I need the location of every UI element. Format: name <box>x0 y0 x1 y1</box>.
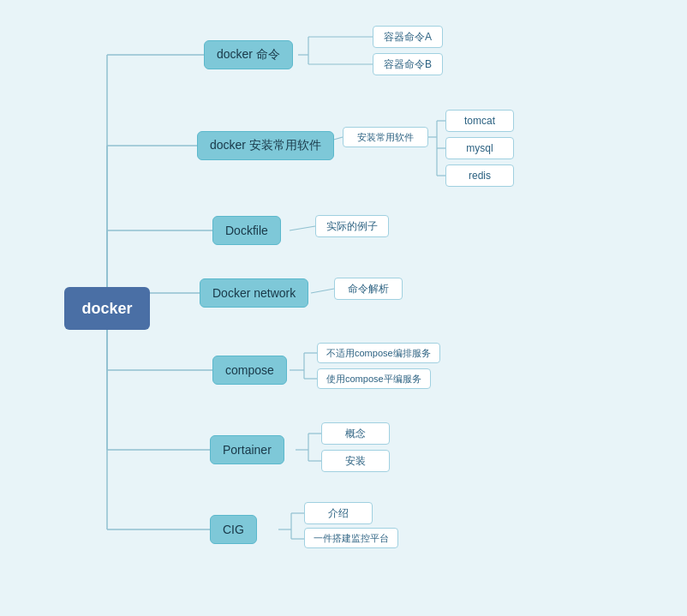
node-cig[interactable]: CIG <box>210 515 257 544</box>
concept-label: 概念 <box>345 427 366 441</box>
container-cmd-a-label: 容器命令A <box>384 30 432 45</box>
install-common-label: 安装常用软件 <box>357 131 414 144</box>
docker-cmd-label: docker 命令 <box>217 47 280 63</box>
use-compose-label: 使用compose平编服务 <box>326 373 421 386</box>
mindmap-container: docker docker 命令 docker 安装常用软件 Dockfile … <box>0 0 687 616</box>
node-tomcat[interactable]: tomcat <box>445 110 514 132</box>
node-cmd-analysis[interactable]: 命令解析 <box>334 278 403 300</box>
node-install-common[interactable]: 安装常用软件 <box>343 127 428 147</box>
node-dockfile[interactable]: Dockfile <box>212 216 281 245</box>
node-install[interactable]: 安装 <box>321 450 390 472</box>
cmd-analysis-label: 命令解析 <box>348 282 389 296</box>
tomcat-label: tomcat <box>464 115 495 127</box>
node-docker-install[interactable]: docker 安装常用软件 <box>197 131 334 160</box>
node-container-cmd-a[interactable]: 容器命令A <box>373 26 443 48</box>
node-mysql[interactable]: mysql <box>445 137 514 159</box>
node-container-cmd-b[interactable]: 容器命令B <box>373 53 443 75</box>
portainer-label: Portainer <box>223 443 272 457</box>
build-monitor-label: 一件搭建监控平台 <box>314 532 389 545</box>
container-cmd-b-label: 容器命令B <box>384 57 432 72</box>
node-intro[interactable]: 介绍 <box>304 502 373 524</box>
docker-network-label: Docker network <box>212 286 296 300</box>
compose-label: compose <box>225 363 274 377</box>
actual-example-label: 实际的例子 <box>326 219 378 234</box>
svg-line-25 <box>311 289 334 293</box>
node-docker-network[interactable]: Docker network <box>200 278 308 308</box>
node-actual-example[interactable]: 实际的例子 <box>315 215 389 237</box>
node-redis[interactable]: redis <box>445 164 514 187</box>
node-build-monitor[interactable]: 一件搭建监控平台 <box>304 528 398 548</box>
root-label: docker <box>81 300 132 318</box>
node-concept[interactable]: 概念 <box>321 422 390 445</box>
mysql-label: mysql <box>466 142 493 154</box>
node-no-compose[interactable]: 不适用compose编排服务 <box>317 343 440 363</box>
root-node[interactable]: docker <box>64 287 150 330</box>
intro-label: 介绍 <box>328 506 349 521</box>
node-compose[interactable]: compose <box>212 356 287 385</box>
dockfile-label: Dockfile <box>225 224 268 237</box>
node-portainer[interactable]: Portainer <box>210 435 284 464</box>
docker-install-label: docker 安装常用软件 <box>210 138 321 153</box>
node-use-compose[interactable]: 使用compose平编服务 <box>317 368 431 389</box>
node-docker-cmd[interactable]: docker 命令 <box>204 40 293 69</box>
no-compose-label: 不适用compose编排服务 <box>326 347 431 360</box>
redis-label: redis <box>469 170 491 182</box>
cig-label: CIG <box>223 523 244 536</box>
install-label: 安装 <box>345 454 366 469</box>
svg-line-24 <box>290 226 315 230</box>
